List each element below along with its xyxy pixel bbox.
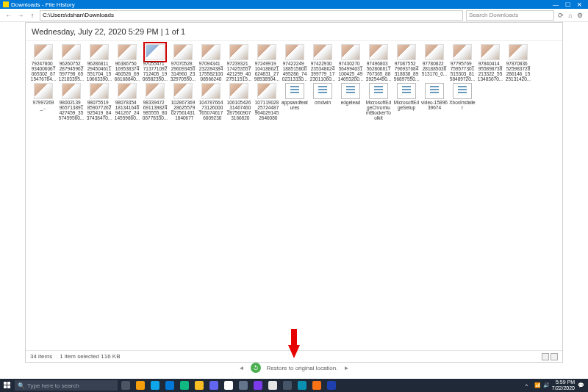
taskbar-app-8[interactable] [237, 380, 250, 391]
file-item[interactable]: 97422249_188515800495286_7402313330... [282, 44, 308, 81]
task-view-button[interactable] [119, 380, 132, 391]
taskbar-app-6[interactable] [207, 380, 220, 391]
file-item[interactable]: cmdwin [309, 83, 336, 120]
taskbar-app-2[interactable] [148, 380, 162, 391]
restore-icon [253, 365, 259, 371]
file-caption: 96386750_169538374460526_6966168840... [114, 61, 140, 81]
search-input[interactable]: Search Downloads [466, 10, 554, 21]
taskbar-app-3[interactable] [163, 380, 176, 391]
nav-up-button[interactable]: ↑ [28, 11, 37, 20]
next-version-button[interactable]: ► [343, 365, 349, 371]
file-caption: 97997269_... [30, 100, 57, 120]
file-thumbnail [425, 44, 444, 60]
tray-chevron-icon[interactable]: ^ [526, 383, 531, 388]
file-thumbnail [173, 44, 193, 60]
file-item[interactable]: edgelead [337, 83, 364, 120]
file-item[interactable]: 97496803_562806817767365_8839254490... [365, 44, 392, 81]
file-item[interactable]: XboxInstaller [449, 83, 476, 120]
file-item[interactable]: video-1589639674 [421, 83, 448, 120]
refresh-icon[interactable]: ⟳ [557, 12, 564, 19]
file-item[interactable]: 98339472_691139824985555_8006778330... [142, 83, 168, 120]
file-thumbnail [453, 44, 472, 60]
file-item[interactable]: MicrosoftEdgeSetup [393, 83, 420, 120]
prev-version-button[interactable]: ◄ [239, 365, 245, 371]
file-item[interactable]: 97997269_... [30, 83, 57, 120]
file-thumbnail [509, 44, 528, 60]
file-item[interactable]: 96286811_294504611551704_1510663390... [86, 44, 112, 81]
file-item[interactable]: 79247800_934006067065302_8715476784... [30, 44, 57, 81]
file-caption: 79247800_934006067065302_8715476784... [30, 61, 57, 81]
taskbar-app-11[interactable] [281, 380, 294, 391]
file-item[interactable]: 97070528_296093450314960_2332970550... [170, 44, 196, 81]
file-caption: appsandfeatures [282, 100, 308, 120]
file-item[interactable]: 97094341_232284384175582100085662400... [198, 44, 224, 81]
file-item[interactable]: 98002139_965713891427459_3557459560... [58, 83, 85, 120]
file-item[interactable]: 106105426_31467460287560907_31668200... [226, 83, 252, 120]
item-count: 34 items [30, 353, 52, 360]
tray-network-icon[interactable]: 📶 [534, 382, 540, 388]
maximize-button[interactable]: ☐ [562, 1, 573, 8]
file-item[interactable]: 107119028_25724487964029145_26460800... [254, 83, 280, 120]
file-item[interactable]: 104787664_73126000765074617_60092300... [198, 83, 224, 120]
file-item[interactable]: 102867369_28625579027561431_18406770... [170, 83, 196, 120]
restore-button[interactable] [251, 363, 261, 373]
svg-rect-3 [7, 385, 10, 388]
file-caption: 97422930_235348624399779_1723011060... [309, 61, 336, 81]
tray-notifications-icon[interactable]: 💬 [578, 382, 584, 388]
file-item[interactable]: 97422930_235348624399779_1723011060... [309, 44, 336, 81]
nav-forward-button[interactable]: → [16, 11, 25, 20]
file-item[interactable]: 97780822_281885036513170_0... [421, 44, 448, 81]
taskbar-app-14[interactable] [325, 380, 338, 391]
file-item[interactable]: 96260752_287945962597798_6512103395... [58, 44, 85, 81]
file-caption: 97780822_281885036513170_0... [421, 61, 448, 81]
app-icon [3, 1, 9, 7]
home-icon[interactable]: ⌂ [567, 12, 574, 19]
icons-view-button[interactable] [551, 353, 558, 360]
tray-volume-icon[interactable]: 🔊 [543, 382, 549, 388]
file-item[interactable]: 96386750_169538374460526_6966168840... [114, 44, 140, 81]
file-thumbnail [146, 44, 165, 60]
file-item[interactable]: 98075519_859077262925419_8437438470... [86, 83, 112, 120]
file-thumbnail [453, 83, 472, 99]
file-caption: 97870836_525983728286146_1525131420... [505, 61, 531, 81]
system-tray: ^ 📶 🔊 5:59 PM 7/22/2020 💬 [526, 380, 587, 391]
file-item[interactable]: 98078354_181341646941267_2414559860... [114, 83, 140, 120]
file-caption: 106105426_31467460287560907_31668200... [226, 100, 252, 120]
address-bar[interactable]: C:\Users\dshan\Downloads [40, 10, 463, 21]
file-item[interactable]: appsandfeatures [282, 83, 308, 120]
nav-back-button[interactable]: ← [4, 11, 13, 20]
file-item[interactable]: 97795769_759577301515303_8158489720... [449, 44, 476, 81]
taskbar-app-7[interactable] [222, 380, 235, 391]
selection-info: 1 item selected 116 KB [60, 353, 120, 360]
snapshot-heading: Wednesday, July 22, 2020 5:29 PM | 1 of … [26, 23, 562, 41]
details-view-button[interactable] [542, 353, 549, 360]
minimize-button[interactable]: — [550, 1, 562, 8]
file-thumbnail [34, 83, 53, 99]
file-item[interactable]: 97870836_525983728286146_1525131420... [505, 44, 531, 81]
file-caption: 104787664_73126000765074617_60092300... [198, 100, 224, 120]
file-caption: 96260752_287945962597798_6512103395... [58, 61, 85, 81]
taskbar-app-13[interactable] [310, 380, 323, 391]
file-caption: XboxInstaller [449, 100, 476, 120]
taskbar-app-10[interactable] [266, 380, 279, 391]
tray-clock[interactable]: 5:59 PM 7/22/2020 [552, 380, 575, 391]
file-item[interactable]: 97055471_713771092712405_1906582350... [142, 44, 168, 81]
start-button[interactable] [1, 380, 13, 391]
taskbar-search[interactable]: 🔍 Type here to search [15, 380, 118, 391]
file-thumbnail [118, 44, 137, 60]
file-item[interactable]: 97087552_796937684318838_8956897550... [393, 44, 420, 81]
taskbar-app-5[interactable] [193, 380, 206, 391]
close-button[interactable]: ✕ [573, 1, 585, 8]
file-item[interactable]: 97430270_564994031100425_4914653200... [337, 44, 364, 81]
taskbar-app-1[interactable] [134, 380, 147, 391]
settings-icon[interactable]: ⚙ [576, 12, 584, 19]
file-item[interactable]: MicrosoftEdgeChromiumBlockerToolkit [365, 83, 392, 120]
file-item[interactable]: 97249919_104188621624831_2798538504... [254, 44, 280, 81]
taskbar-app-9[interactable] [251, 380, 265, 391]
taskbar-app-4[interactable] [178, 380, 191, 391]
taskbar-app-12[interactable] [295, 380, 309, 391]
taskbar: 🔍 Type here to search ^ 📶 🔊 5:59 PM 7/22… [0, 379, 588, 392]
file-item[interactable]: 97840414_955898738213322_5513483670... [477, 44, 503, 81]
file-item[interactable]: 97239321_174253557421299_4027511515... [226, 44, 252, 81]
file-thumbnail [229, 44, 248, 60]
